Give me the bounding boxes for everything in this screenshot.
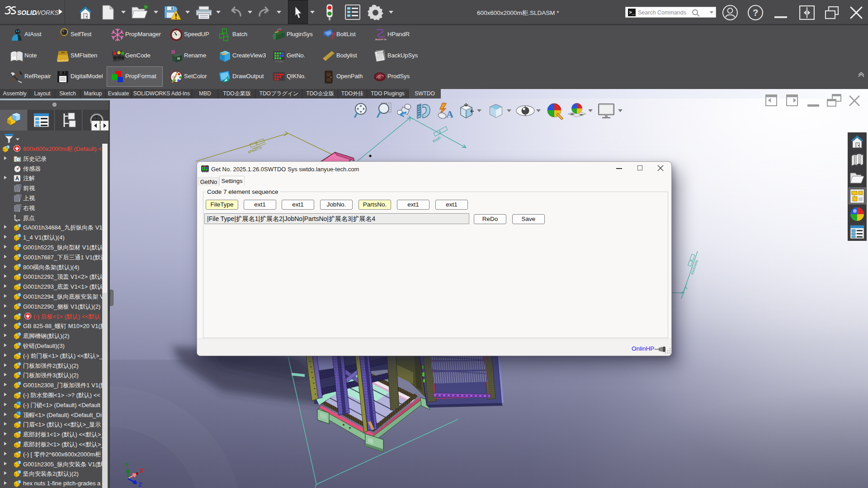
- svg-text:R: R: [377, 75, 381, 80]
- svg-text:Z: Z: [138, 481, 142, 488]
- svg-text:SOLID: SOLID: [17, 9, 37, 16]
- svg-text:SYSTEM: SYSTEM: [275, 61, 283, 63]
- svg-text:?: ?: [753, 8, 758, 18]
- svg-text:4Pb/8T3r: 4Pb/8T3r: [247, 145, 263, 155]
- svg-text:thickness: thickness: [690, 259, 698, 275]
- svg-text:X: X: [140, 467, 144, 474]
- svg-text:depth: depth: [432, 136, 442, 143]
- svg-text:?: ?: [330, 30, 335, 41]
- svg-text:Y: Y: [125, 461, 129, 468]
- svg-text:lanyue tech: lanyue tech: [375, 38, 387, 41]
- svg-text:WORKS: WORKS: [35, 9, 59, 16]
- svg-text:A: A: [446, 108, 453, 120]
